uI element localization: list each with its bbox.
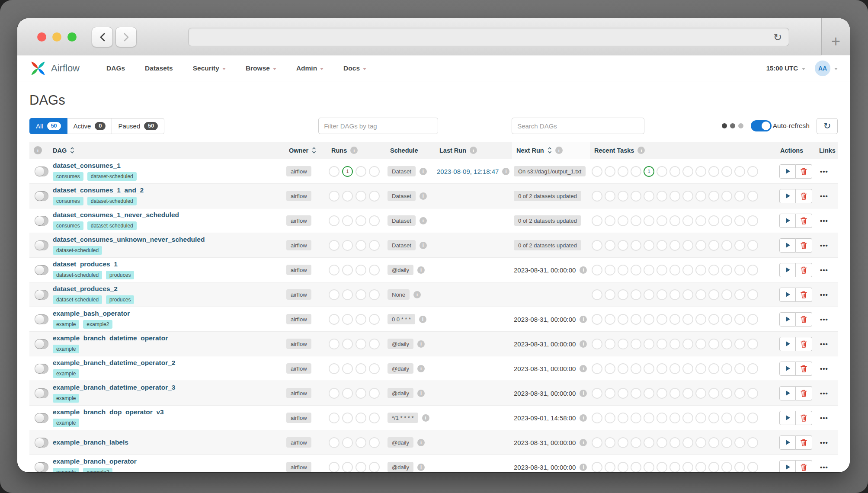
run-status-circle[interactable] xyxy=(356,363,366,374)
task-status-circle[interactable] xyxy=(708,437,719,448)
run-status-circle[interactable] xyxy=(369,339,380,349)
task-status-circle[interactable] xyxy=(657,462,667,472)
task-status-circle[interactable] xyxy=(721,314,732,325)
run-status-circle[interactable] xyxy=(329,388,340,399)
task-status-circle[interactable] xyxy=(657,215,667,226)
dag-tag[interactable]: example xyxy=(53,419,79,427)
run-status-circle[interactable] xyxy=(369,166,380,177)
dag-links-button[interactable]: ••• xyxy=(820,340,828,348)
task-status-circle[interactable] xyxy=(657,363,667,374)
run-status-circle[interactable] xyxy=(342,339,353,349)
dag-name-link[interactable]: dataset_consumes_unknown_never_scheduled xyxy=(53,236,205,243)
dag-pause-toggle[interactable] xyxy=(35,364,48,374)
info-icon[interactable]: i xyxy=(417,266,425,274)
browser-forward-button[interactable] xyxy=(115,27,137,47)
task-status-circle[interactable] xyxy=(592,363,602,374)
delete-dag-button[interactable] xyxy=(796,411,812,425)
dag-links-button[interactable]: ••• xyxy=(820,439,828,446)
task-status-circle[interactable] xyxy=(721,191,732,202)
task-status-circle[interactable] xyxy=(734,363,745,374)
task-status-circle[interactable] xyxy=(734,215,745,226)
task-status-circle[interactable] xyxy=(631,314,641,325)
run-status-circle[interactable] xyxy=(329,191,340,202)
task-status-circle[interactable] xyxy=(605,314,615,325)
nav-item-dags[interactable]: DAGs xyxy=(106,64,125,72)
task-status-circle[interactable] xyxy=(734,166,745,177)
info-icon[interactable]: i xyxy=(470,147,477,154)
schedule-badge[interactable]: Dataset xyxy=(388,166,416,176)
run-status-circle[interactable] xyxy=(329,363,340,374)
task-status-circle[interactable]: 1 xyxy=(644,166,654,177)
task-status-circle[interactable] xyxy=(721,240,732,251)
task-status-circle[interactable] xyxy=(657,388,667,399)
trigger-dag-button[interactable] xyxy=(779,214,796,228)
dag-tag[interactable]: example xyxy=(53,345,79,353)
trigger-dag-button[interactable] xyxy=(779,411,796,425)
delete-dag-button[interactable] xyxy=(796,164,812,179)
run-status-circle[interactable] xyxy=(369,265,380,275)
browser-address-bar[interactable]: ↻ xyxy=(188,28,789,46)
run-status-circle[interactable] xyxy=(369,388,380,399)
task-status-circle[interactable] xyxy=(734,388,745,399)
schedule-badge[interactable]: @daily xyxy=(388,462,413,472)
task-status-circle[interactable] xyxy=(747,215,758,226)
task-status-circle[interactable] xyxy=(618,388,628,399)
task-status-circle[interactable] xyxy=(669,363,680,374)
task-status-circle[interactable] xyxy=(721,437,732,448)
task-status-circle[interactable] xyxy=(669,388,680,399)
schedule-badge[interactable]: Dataset xyxy=(388,240,416,250)
column-header-next-run[interactable]: Next Run i xyxy=(512,142,590,159)
info-icon[interactable]: i xyxy=(417,439,425,446)
task-status-circle[interactable] xyxy=(682,462,693,472)
task-status-circle[interactable] xyxy=(747,339,758,349)
run-status-circle[interactable] xyxy=(342,289,353,300)
run-status-circle[interactable] xyxy=(356,289,366,300)
run-status-circle[interactable] xyxy=(342,240,353,251)
task-status-circle[interactable] xyxy=(734,191,745,202)
tab-paused[interactable]: Paused50 xyxy=(112,118,164,134)
task-status-circle[interactable] xyxy=(721,388,732,399)
dag-pause-toggle[interactable] xyxy=(35,265,48,275)
dag-pause-toggle[interactable] xyxy=(35,290,48,300)
task-status-circle[interactable] xyxy=(734,314,745,325)
schedule-badge[interactable]: @daily xyxy=(388,388,413,398)
info-icon[interactable]: i xyxy=(555,147,563,154)
task-status-circle[interactable] xyxy=(695,314,706,325)
dag-pause-toggle[interactable] xyxy=(35,339,48,349)
task-status-circle[interactable] xyxy=(657,314,667,325)
dag-tag[interactable]: consumes xyxy=(53,221,83,230)
task-status-circle[interactable] xyxy=(631,339,641,349)
task-status-circle[interactable] xyxy=(734,289,745,300)
dag-tag[interactable]: produces xyxy=(106,295,134,304)
dag-name-link[interactable]: example_branch_labels xyxy=(53,439,128,446)
dag-tag[interactable]: consumes xyxy=(53,197,83,205)
task-status-circle[interactable] xyxy=(747,437,758,448)
dag-pause-toggle[interactable] xyxy=(35,240,48,250)
dag-pause-toggle[interactable] xyxy=(35,438,48,448)
task-status-circle[interactable] xyxy=(592,388,602,399)
task-status-circle[interactable] xyxy=(708,413,719,423)
task-status-circle[interactable] xyxy=(618,240,628,251)
task-status-circle[interactable] xyxy=(631,363,641,374)
trigger-dag-button[interactable] xyxy=(779,263,796,277)
run-status-circle[interactable]: 1 xyxy=(342,166,353,177)
run-status-circle[interactable] xyxy=(356,388,366,399)
task-status-circle[interactable] xyxy=(747,191,758,202)
info-icon[interactable]: i xyxy=(422,414,429,422)
task-status-circle[interactable] xyxy=(618,437,628,448)
task-status-circle[interactable] xyxy=(695,413,706,423)
task-status-circle[interactable] xyxy=(708,339,719,349)
task-status-circle[interactable] xyxy=(631,265,641,275)
dag-links-button[interactable]: ••• xyxy=(820,242,828,249)
window-zoom-button[interactable] xyxy=(67,32,77,42)
schedule-badge[interactable]: @daily xyxy=(388,265,413,275)
task-status-circle[interactable] xyxy=(669,289,680,300)
run-status-circle[interactable] xyxy=(356,339,366,349)
task-status-circle[interactable] xyxy=(592,191,602,202)
task-status-circle[interactable] xyxy=(695,363,706,374)
task-status-circle[interactable] xyxy=(721,363,732,374)
task-status-circle[interactable] xyxy=(747,240,758,251)
delete-dag-button[interactable] xyxy=(796,288,812,302)
run-status-circle[interactable] xyxy=(356,462,366,472)
nav-item-security[interactable]: Security xyxy=(193,64,226,72)
